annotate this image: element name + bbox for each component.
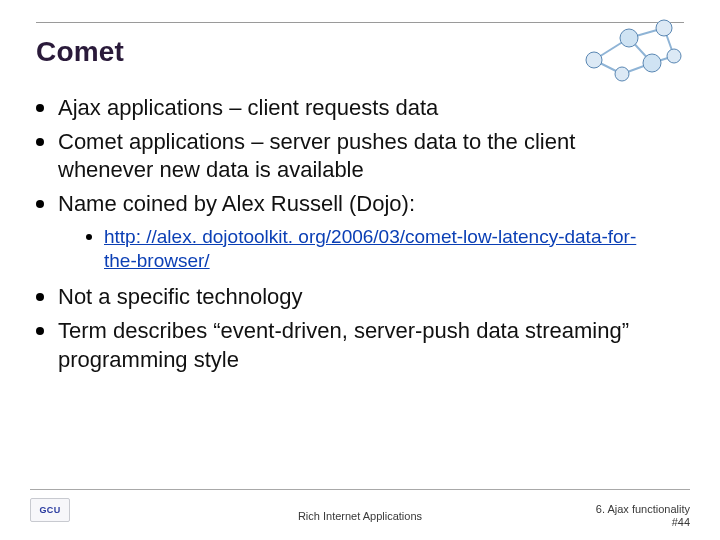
bullet-icon <box>36 138 44 146</box>
svg-point-10 <box>643 54 661 72</box>
footer-page-number: #44 <box>596 516 690 530</box>
bullet-list-1: Ajax applications – client requests data… <box>36 94 660 219</box>
bullet-text: Ajax applications – client requests data <box>58 94 660 122</box>
network-decoration <box>574 8 694 88</box>
bullet-icon <box>86 234 92 240</box>
bullet-text: Name coined by Alex Russell (Dojo): <box>58 190 660 218</box>
footer-section: 6. Ajax functionality <box>596 503 690 517</box>
list-item: Not a specific technology <box>36 283 660 311</box>
bullet-text: Term describes “event-driven, server-pus… <box>58 317 660 373</box>
bullet-list-2: Not a specific technology Term describes… <box>36 283 660 373</box>
list-item: http: //alex. dojotoolkit. org/2006/03/c… <box>86 225 660 274</box>
slide-title: Comet <box>36 36 124 68</box>
list-item: Ajax applications – client requests data <box>36 94 660 122</box>
bullet-icon <box>36 104 44 112</box>
footer-right: 6. Ajax functionality #44 <box>596 503 690 531</box>
list-item: Name coined by Alex Russell (Dojo): <box>36 190 660 218</box>
sub-bullet-list: http: //alex. dojotoolkit. org/2006/03/c… <box>86 225 660 274</box>
svg-point-9 <box>656 20 672 36</box>
bullet-icon <box>36 327 44 335</box>
list-item: Comet applications – server pushes data … <box>36 128 660 184</box>
bullet-icon <box>36 293 44 301</box>
bottom-divider <box>30 489 690 490</box>
svg-point-11 <box>667 49 681 63</box>
bullet-text: Comet applications – server pushes data … <box>58 128 660 184</box>
bullet-text: Not a specific technology <box>58 283 660 311</box>
reference-link[interactable]: http: //alex. dojotoolkit. org/2006/03/c… <box>104 225 660 274</box>
slide-body: Ajax applications – client requests data… <box>36 90 660 380</box>
svg-point-12 <box>615 67 629 81</box>
list-item: Term describes “event-driven, server-pus… <box>36 317 660 373</box>
slide: Comet <box>0 0 720 540</box>
svg-point-7 <box>586 52 602 68</box>
svg-point-8 <box>620 29 638 47</box>
bullet-icon <box>36 200 44 208</box>
